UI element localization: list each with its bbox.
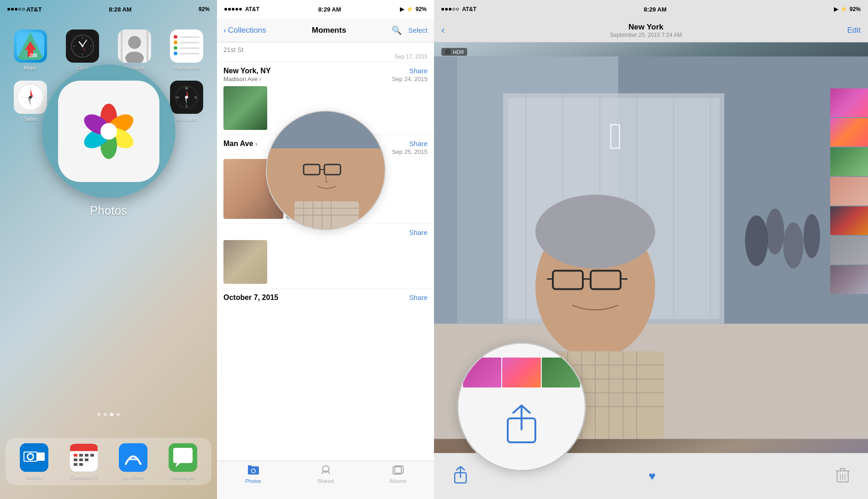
time-label: 8:28 AM bbox=[109, 6, 131, 13]
hdr-icon: ⬛ bbox=[445, 49, 451, 55]
photo-subtitle: September 25, 2015 7:24 AM bbox=[610, 32, 682, 38]
favorite-button[interactable]: ♥ bbox=[649, 469, 656, 483]
share-btn-2[interactable]: Share bbox=[392, 140, 428, 147]
svg-rect-64 bbox=[74, 454, 77, 457]
signal-dots-2 bbox=[224, 8, 242, 11]
svg-rect-65 bbox=[79, 454, 83, 457]
calendars-label: Calendars 5 bbox=[70, 474, 97, 480]
location-2: Man Ave › bbox=[223, 140, 258, 148]
signal-dots bbox=[7, 8, 25, 11]
delete-button[interactable] bbox=[836, 468, 850, 485]
signal-dot bbox=[228, 8, 231, 11]
search-icon[interactable]: 🔍 bbox=[392, 25, 402, 35]
strip-thumb-7[interactable] bbox=[830, 265, 868, 294]
sublocation-1: Madison Ave › bbox=[223, 76, 271, 82]
svg-rect-60 bbox=[36, 452, 45, 461]
photos-icon-large bbox=[58, 81, 159, 182]
sb-right-2: ▶ ⚡ 92% bbox=[400, 6, 427, 12]
svg-text:S: S bbox=[186, 104, 188, 108]
clipped-date: Sep 17, 2015 bbox=[223, 53, 428, 60]
sb-left-1: AT&T bbox=[7, 6, 42, 13]
tab-bar-2: Photos Shared Albums bbox=[217, 461, 434, 499]
svg-rect-70 bbox=[85, 458, 88, 461]
appstore-icon bbox=[119, 443, 147, 472]
moment-left-1: New York, NY Madison Ave › bbox=[223, 67, 271, 82]
zoom-thumb-3 bbox=[542, 358, 580, 387]
svg-point-108 bbox=[745, 216, 768, 266]
moment-header-4: October 7, 2015 Share bbox=[223, 294, 428, 302]
select-button[interactable]: Select bbox=[408, 26, 428, 34]
share-btn-3[interactable]: Share bbox=[409, 229, 428, 236]
chevron-left-icon: ‹ bbox=[223, 26, 226, 35]
messages-icon bbox=[169, 443, 197, 472]
svg-rect-17 bbox=[121, 29, 123, 63]
sb-left-3: AT&T bbox=[441, 6, 476, 12]
svg-point-91 bbox=[252, 470, 255, 473]
time-2: 8:29 AM bbox=[318, 6, 341, 13]
svg-point-109 bbox=[766, 209, 784, 255]
photo-thumb[interactable] bbox=[223, 86, 267, 130]
status-bar-2: AT&T 8:29 AM ▶ ⚡ 92% bbox=[217, 0, 434, 18]
tab-albums-label: Albums bbox=[389, 478, 406, 484]
share-btn-4[interactable]: Share bbox=[409, 294, 428, 301]
moment-meta-1: Share Sep 24, 2015 bbox=[392, 67, 428, 82]
svg-point-111 bbox=[803, 214, 820, 258]
moment-oct7: October 7, 2015 Share bbox=[217, 289, 434, 310]
nav-right-2: 🔍 Select bbox=[392, 25, 428, 35]
clipped-location: 21st St bbox=[223, 46, 428, 53]
photos-tab-icon bbox=[247, 465, 259, 477]
chevron-right-icon: › bbox=[259, 76, 261, 82]
signal-dot bbox=[452, 8, 455, 11]
panel-photo-detail: AT&T 8:29 AM ▶ ⚡ 92% ‹ New York Septembe… bbox=[434, 0, 868, 499]
dock-calendars[interactable]: Calendars 5 bbox=[70, 443, 98, 480]
signal-dot bbox=[7, 8, 10, 11]
tab-albums[interactable]: Albums bbox=[362, 465, 434, 484]
signal-dot bbox=[441, 8, 444, 11]
tab-shared[interactable]: Shared bbox=[289, 465, 362, 484]
dock-messages[interactable]: Messages bbox=[169, 443, 197, 480]
photo-grid-3 bbox=[223, 240, 428, 284]
battery-label: 92% bbox=[199, 6, 210, 12]
share-button[interactable] bbox=[452, 466, 469, 487]
reminders-label: Reminders bbox=[175, 65, 199, 70]
dock-outlook[interactable]: Outlook bbox=[20, 443, 48, 480]
moment-meta-2: Share Sep 25, 2015 bbox=[392, 140, 428, 155]
strip-thumb-6[interactable] bbox=[830, 236, 868, 264]
signal-dot bbox=[456, 8, 459, 11]
edit-button[interactable]: Edit bbox=[847, 26, 861, 35]
share-btn-1[interactable]: Share bbox=[392, 67, 428, 75]
thumbnail-strip bbox=[830, 88, 868, 294]
zoom-thumb-2 bbox=[502, 358, 540, 387]
location-4: October 7, 2015 bbox=[223, 294, 278, 302]
calendars-icon bbox=[70, 443, 98, 472]
photos-zoom-container[interactable]: Photos bbox=[42, 65, 176, 218]
svg-point-15 bbox=[82, 45, 83, 47]
maps-icon: 280 bbox=[14, 29, 47, 63]
compass-label: Compass bbox=[176, 116, 197, 122]
battery-3: 92% bbox=[850, 6, 861, 12]
svg-rect-67 bbox=[90, 454, 94, 457]
back-button-3[interactable]: ‹ bbox=[441, 24, 445, 36]
strip-thumb-1[interactable] bbox=[830, 88, 868, 117]
moments-content: 21st St Sep 17, 2015 New York, NY Madiso… bbox=[217, 42, 434, 461]
svg-rect-89 bbox=[248, 465, 252, 468]
photo-thumb-drum[interactable] bbox=[223, 240, 267, 284]
strip-thumb-2[interactable] bbox=[830, 118, 868, 147]
carrier-3: AT&T bbox=[462, 6, 476, 12]
strip-thumb-4[interactable] bbox=[830, 177, 868, 205]
moment-item-clipped: 21st St Sep 17, 2015 bbox=[217, 42, 434, 62]
svg-text:W: W bbox=[176, 95, 180, 100]
page-dot-active bbox=[110, 413, 113, 416]
albums-tab-icon bbox=[392, 465, 404, 477]
signal-dot bbox=[232, 8, 235, 11]
date-2: Sep 25, 2015 bbox=[392, 148, 428, 155]
strip-thumb-5[interactable] bbox=[830, 206, 868, 235]
tab-photos[interactable]: Photos bbox=[217, 465, 289, 484]
dock-appstore[interactable]: App Store bbox=[119, 443, 147, 480]
nav-bar-3: ‹ New York September 25, 2015 7:24 AM Ed… bbox=[434, 18, 868, 42]
strip-thumb-3[interactable] bbox=[830, 147, 868, 176]
dock: Outlook bbox=[6, 438, 211, 485]
safari-label: Safari bbox=[23, 116, 37, 122]
zoom-inner-3 bbox=[458, 344, 585, 470]
collections-back-button[interactable]: ‹ Collections bbox=[223, 26, 266, 35]
